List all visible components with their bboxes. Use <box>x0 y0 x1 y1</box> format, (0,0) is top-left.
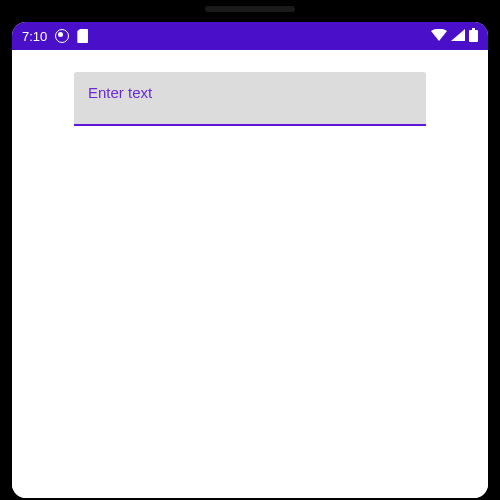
app-content: Enter text <box>12 50 488 498</box>
device-frame: 7:10 Enter text <box>0 0 500 500</box>
signal-icon <box>451 29 465 44</box>
text-input-placeholder: Enter text <box>88 80 152 101</box>
sd-card-icon <box>77 29 88 43</box>
text-input[interactable]: Enter text <box>74 72 426 126</box>
wifi-icon <box>431 29 447 44</box>
status-bar: 7:10 <box>12 22 488 50</box>
svg-rect-0 <box>469 30 478 42</box>
status-bar-right <box>431 28 478 45</box>
svg-rect-1 <box>472 28 475 30</box>
screen: 7:10 Enter text <box>12 22 488 498</box>
battery-icon <box>469 28 478 45</box>
device-speaker <box>205 6 295 12</box>
profile-icon <box>55 29 69 43</box>
status-time: 7:10 <box>22 29 47 44</box>
status-bar-left: 7:10 <box>22 29 88 44</box>
